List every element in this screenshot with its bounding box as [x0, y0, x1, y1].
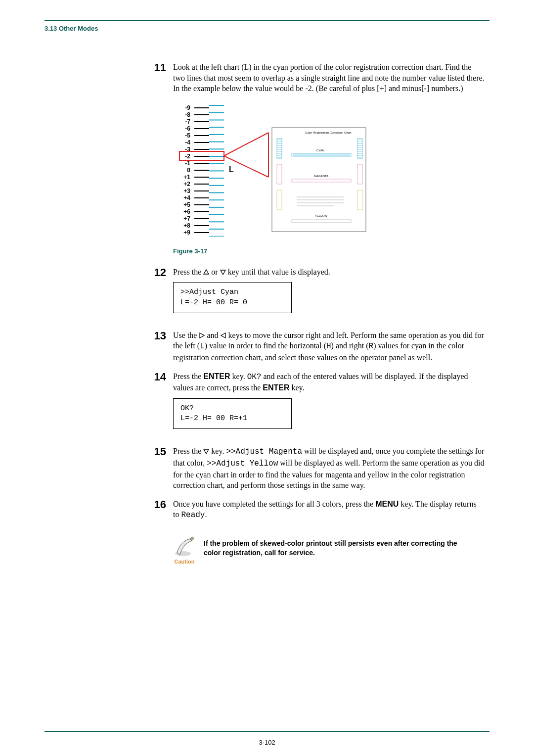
svg-text:-8: -8	[185, 111, 190, 118]
step-body: Once you have completed the settings for…	[173, 499, 485, 521]
right-triangle-icon	[199, 332, 205, 338]
step-number: 12	[143, 267, 173, 279]
step-16: 16 Once you have completed the settings …	[143, 499, 485, 521]
svg-text:YELLOW: YELLOW	[315, 214, 327, 217]
mini-chart-title: Color Registration Correction Chart	[305, 131, 352, 134]
caution-box: Caution If the problem of skewed-color p…	[173, 536, 490, 565]
step-number: 13	[143, 330, 173, 342]
text: key.	[230, 372, 247, 380]
svg-text:0: 0	[187, 167, 190, 174]
lcd-panel: OK? L=-2 H= 00 R=+1	[173, 398, 292, 429]
down-triangle-icon	[203, 448, 209, 454]
svg-text:-4: -4	[185, 139, 190, 146]
lcd-line: >>Adjust Cyan	[180, 287, 284, 297]
svg-marker-103	[221, 333, 225, 338]
svg-text:+7: +7	[183, 215, 190, 222]
key-label: MENU	[375, 500, 399, 508]
svg-marker-101	[221, 270, 225, 275]
key-label: ENTER	[263, 383, 289, 392]
text: and	[205, 331, 220, 339]
svg-marker-100	[204, 270, 209, 274]
footer-rule	[44, 731, 490, 732]
step-15: 15 Press the key. >>Adjust Magenta will …	[143, 446, 485, 490]
code: H	[326, 342, 331, 351]
code: >>Adjust Magenta	[226, 447, 302, 456]
svg-text:CYAN: CYAN	[316, 149, 324, 152]
step-number: 11	[143, 62, 173, 74]
text: Press the	[173, 447, 203, 455]
step-11: 11 Look at the left chart (L) in the cya…	[143, 62, 485, 94]
figure-3-17: -9-8-7-6-5-4-3-2-10+1+2+3+4+5+6+7+8+9 L …	[44, 103, 490, 236]
svg-text:+1: +1	[183, 174, 190, 181]
step-14: 14 Press the ENTER key. OK? and each of …	[143, 371, 485, 438]
text: or	[209, 268, 220, 276]
key-label: ENTER	[203, 372, 230, 380]
code: R	[369, 342, 374, 351]
figure-L-label: L	[229, 165, 234, 174]
svg-text:-7: -7	[185, 118, 190, 125]
lcd-panel: >>Adjust Cyan L=-2 H= 00 R= 0	[173, 282, 292, 313]
svg-marker-102	[200, 333, 204, 338]
lcd-line: L=-2 H= 00 R= 0	[180, 298, 284, 308]
svg-text:+2: +2	[183, 181, 190, 188]
svg-marker-104	[204, 449, 209, 454]
svg-text:+5: +5	[183, 201, 190, 208]
step-number: 16	[143, 499, 173, 511]
svg-text:-2: -2	[185, 153, 190, 160]
svg-line-58	[224, 133, 268, 156]
text: Once you have completed the settings for…	[173, 500, 375, 508]
caution-label: Caution	[175, 559, 195, 565]
step-body: Use the and keys to move the cursor righ…	[173, 330, 485, 363]
text: ) value in order to find the horizontal …	[205, 341, 326, 350]
left-triangle-icon	[221, 332, 226, 338]
text: key until that value is displayed.	[226, 268, 330, 276]
code: L	[200, 342, 205, 351]
svg-text:-1: -1	[185, 160, 190, 167]
svg-text:+3: +3	[183, 188, 190, 194]
svg-text:+9: +9	[183, 229, 190, 236]
text: Press the	[173, 268, 203, 276]
text: .	[205, 510, 207, 519]
page-number: 3-102	[0, 739, 534, 746]
text: Press the	[173, 372, 203, 380]
caution-text: If the problem of skewed-color printout …	[204, 536, 461, 558]
step-body: Look at the left chart (L) in the cyan p…	[173, 62, 485, 94]
code: >>Adjust Yellow	[207, 459, 278, 468]
step-body: Press the key. >>Adjust Magenta will be …	[173, 446, 485, 490]
svg-text:-9: -9	[185, 104, 190, 111]
figure-caption: Figure 3-17	[173, 247, 490, 255]
lcd-line: OK?	[180, 404, 284, 414]
text: ) and right (	[331, 341, 369, 350]
code: Ready	[181, 511, 205, 520]
step-body: Press the or key until that value is dis…	[173, 267, 330, 322]
svg-text:MAGENTA: MAGENTA	[314, 175, 328, 178]
down-triangle-icon	[220, 269, 226, 275]
text: Use the	[173, 331, 199, 339]
svg-text:-6: -6	[185, 125, 190, 132]
up-triangle-icon	[203, 269, 209, 275]
section-header: 3.13 Other Modes	[44, 25, 490, 32]
step-13: 13 Use the and keys to move the cursor r…	[143, 330, 485, 363]
svg-text:+4: +4	[183, 194, 190, 201]
step-number: 15	[143, 446, 173, 458]
svg-text:-5: -5	[185, 132, 190, 139]
text: key.	[289, 383, 304, 392]
code: OK?	[247, 373, 262, 381]
lcd-line: L=-2 H= 00 R=+1	[180, 414, 284, 424]
svg-text:+8: +8	[183, 222, 190, 229]
step-number: 14	[143, 371, 173, 383]
text: key.	[209, 447, 226, 455]
step-12: 12 Press the or key until that value is …	[143, 267, 485, 322]
caution-icon: Caution	[173, 536, 196, 565]
step-body: Press the ENTER key. OK? and each of the…	[173, 371, 485, 438]
svg-text:+6: +6	[183, 208, 190, 215]
